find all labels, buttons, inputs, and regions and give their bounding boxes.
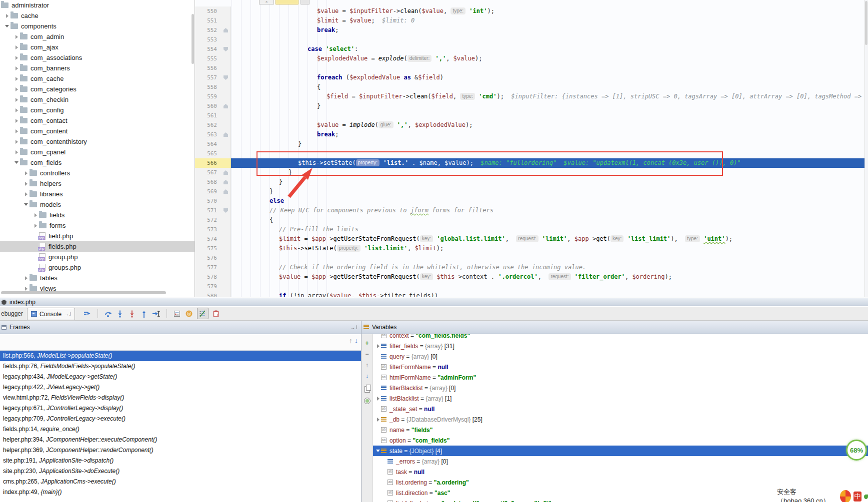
frame-row[interactable]: site.php:191, JApplicationSite->dispatch… <box>0 456 361 466</box>
frame-row[interactable]: helper.php:394, JComponentHelper::execut… <box>0 435 361 445</box>
tree-item-field.php[interactable]: phpfield.php <box>0 231 194 241</box>
gutter-cell[interactable]: 558 <box>195 82 231 92</box>
tree-item-com_admin[interactable]: com_admin <box>0 31 194 42</box>
fold-marker-icon[interactable] <box>224 180 228 184</box>
code-line-579[interactable]: 579 <box>195 282 868 291</box>
editor-tab-fragment-highlight[interactable] <box>276 0 298 4</box>
gutter-cell[interactable]: 573 <box>195 225 231 234</box>
code-line-564[interactable]: 564} <box>195 139 868 149</box>
gutter-cell[interactable]: 565 <box>195 149 231 158</box>
code-line-552[interactable]: 552break; <box>195 25 868 35</box>
copy-icon[interactable] <box>364 386 370 393</box>
expand-icon[interactable] <box>375 344 381 348</box>
gutter-cell[interactable]: 560 <box>195 101 231 111</box>
line-number[interactable]: 556 <box>195 63 217 73</box>
gutter-cell[interactable]: 554 <box>195 44 231 54</box>
variable-row-option[interactable]: option = "com_fields" <box>373 435 868 446</box>
tree-item-com_ajax[interactable]: com_ajax <box>0 42 194 52</box>
code-line-566[interactable]: 566$this->setState(property: 'list.' . $… <box>195 158 868 168</box>
line-number[interactable]: 558 <box>195 82 217 92</box>
variable-row-context[interactable]: context = "com_fields.fields" <box>373 334 868 341</box>
gutter-cell[interactable]: 561 <box>195 111 231 120</box>
gutter-cell[interactable]: 553 <box>195 35 231 44</box>
fold-marker-icon[interactable] <box>224 104 228 108</box>
line-number[interactable]: 559 <box>195 92 217 101</box>
chevron-right-icon[interactable] <box>4 14 10 18</box>
gutter-cell[interactable]: 579 <box>195 282 231 291</box>
gutter-cell[interactable]: 563 <box>195 130 231 139</box>
code-line-561[interactable]: 561 <box>195 111 868 120</box>
evaluate-expression-icon[interactable] <box>364 398 370 404</box>
tree-item-fields.php[interactable]: phpfields.php <box>0 241 194 252</box>
code-line-565[interactable]: 565 <box>195 149 868 158</box>
code-text[interactable]: $value = $app->getUserStateFromRequest(k… <box>231 272 864 282</box>
line-number[interactable]: 578 <box>195 272 217 282</box>
editor-tab-fragment-icon[interactable] <box>300 0 310 4</box>
code-line-550[interactable]: 550$value = $inputFilter->clean($value, … <box>195 6 868 16</box>
code-line-571[interactable]: 571// Keep B/C for components previous t… <box>195 206 868 215</box>
code-line-576[interactable]: 576 <box>195 253 868 263</box>
code-line-568[interactable]: 568} <box>195 177 868 187</box>
code-line-575[interactable]: 575$this->setState(property: 'list.limit… <box>195 244 868 253</box>
code-editor[interactable]: 550$value = $inputFilter->clean($value, … <box>195 0 868 297</box>
gutter-cell[interactable]: 550 <box>195 6 231 16</box>
code-line-558[interactable]: 558{ <box>195 82 868 92</box>
code-text[interactable]: $field = $inputFilter->clean($field, typ… <box>231 92 864 101</box>
variable-row-htmlFormName[interactable]: htmlFormName = "adminForm" <box>373 372 868 383</box>
line-number[interactable]: 555 <box>195 54 217 63</box>
tree-vertical-scrollbar[interactable] <box>192 14 194 64</box>
frame-row[interactable]: helper.php:369, JComponentHelper::render… <box>0 445 361 456</box>
project-tree-panel[interactable]: administratorcachecomponentscom_admincom… <box>0 0 195 297</box>
chevron-right-icon[interactable] <box>22 276 30 280</box>
tree-item-com_contact[interactable]: com_contact <box>0 115 194 126</box>
step-out-icon[interactable] <box>140 309 148 318</box>
code-line-563[interactable]: 563break; <box>195 130 868 139</box>
code-line-574[interactable]: 574$limit = $app->getUserStateFromReques… <box>195 234 868 244</box>
collapse-icon[interactable] <box>375 450 381 452</box>
fold-marker-icon[interactable] <box>224 132 228 137</box>
code-text[interactable]: else <box>231 196 864 206</box>
line-number[interactable]: 573 <box>195 225 217 234</box>
chevron-down-icon[interactable] <box>13 161 20 164</box>
line-number[interactable]: 554 <box>195 44 217 54</box>
expand-icon[interactable] <box>375 418 381 422</box>
tab-console[interactable]: Console <box>27 308 75 320</box>
chevron-right-icon[interactable] <box>13 45 20 49</box>
variable-row-name[interactable]: name = "fields" <box>373 425 868 435</box>
gutter-cell[interactable]: 555 <box>195 54 231 63</box>
gutter-cell[interactable]: 578 <box>195 272 231 282</box>
line-number[interactable]: 576 <box>195 253 217 263</box>
tree-horizontal-scrollbar[interactable] <box>1 291 166 294</box>
code-text[interactable]: break; <box>231 130 864 139</box>
tree-item-com_config[interactable]: com_config <box>0 105 194 115</box>
chevron-right-icon[interactable] <box>13 150 20 154</box>
frame-row[interactable]: index.php:49, {main}() <box>0 487 361 498</box>
move-down-icon[interactable]: ↓ <box>364 373 370 379</box>
fold-marker-icon[interactable] <box>224 170 228 175</box>
code-text[interactable] <box>231 149 864 158</box>
view-breakpoints-icon[interactable] <box>173 309 182 318</box>
variable-row-_errors[interactable]: _errors = {array} [0] <box>373 456 868 467</box>
tree-item-fields[interactable]: fields <box>0 210 194 220</box>
chevron-right-icon[interactable] <box>22 171 30 175</box>
tree-item-group.php[interactable]: phpgroup.php <box>0 252 194 262</box>
variable-row-filter_fields[interactable]: filter_fields = {array} [31] <box>373 341 868 351</box>
frame-row[interactable]: fields.php:76, FieldsModelFields->popula… <box>0 361 361 372</box>
code-line-570[interactable]: 570else <box>195 196 868 206</box>
line-number[interactable]: 574 <box>195 234 217 244</box>
editor-scrollbar[interactable] <box>864 0 868 297</box>
chevron-right-icon[interactable] <box>13 56 20 60</box>
frame-row[interactable]: legacy.php:671, JControllerLegacy->displ… <box>0 403 361 414</box>
code-text[interactable]: // Keep B/C for components previous to j… <box>231 206 864 215</box>
frames-thread-toolbar[interactable]: ↑ ↓ <box>0 334 361 351</box>
run-to-cursor-icon[interactable] <box>152 309 160 318</box>
code-text[interactable]: $limit = $app->getUserStateFromRequest(k… <box>231 234 864 244</box>
restore-layout-icon[interactable] <box>212 309 220 318</box>
code-line-560[interactable]: 560} <box>195 101 868 111</box>
frame-row[interactable]: site.php:230, JApplicationSite->doExecut… <box>0 466 361 477</box>
gutter-cell[interactable]: 574 <box>195 234 231 244</box>
line-number[interactable]: 551 <box>195 16 217 25</box>
gutter-cell[interactable]: 552 <box>195 25 231 35</box>
chevron-right-icon[interactable] <box>32 213 39 217</box>
frame-row[interactable]: list.php:566, JModelList->populateState(… <box>0 351 361 361</box>
